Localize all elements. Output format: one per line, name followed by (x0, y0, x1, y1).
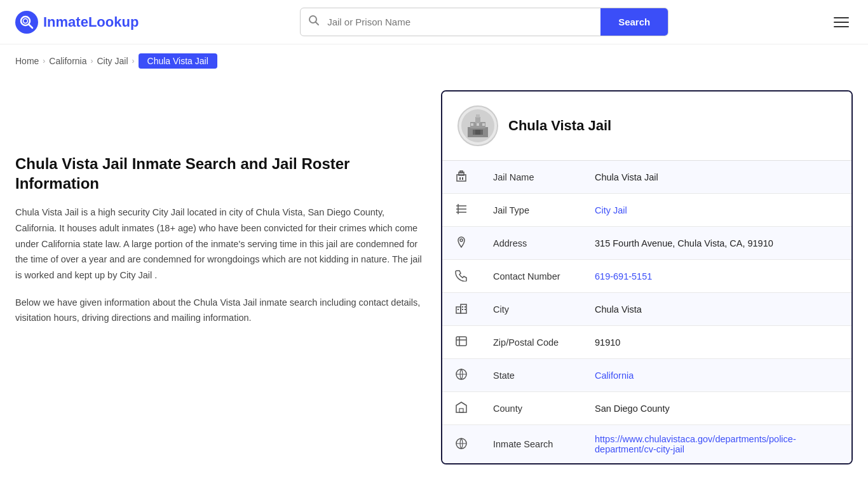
table-row: Jail NameChula Vista Jail (442, 161, 851, 194)
table-row-value[interactable]: https://www.chulavistaca.gov/departments… (582, 425, 851, 464)
logo[interactable]: InmateLookup (15, 11, 139, 34)
table-row: Contact Number619-691-5151 (442, 260, 851, 293)
table-row-label: Zip/Postal Code (480, 326, 582, 359)
jail-type-icon (442, 194, 480, 227)
table-row-link[interactable]: California (595, 370, 634, 381)
search-icon (301, 15, 327, 29)
table-row: Inmate Searchhttps://www.chulavistaca.go… (442, 425, 851, 464)
left-column: Chula Vista Jail Inmate Search and Jail … (15, 90, 422, 464)
svg-rect-19 (459, 177, 461, 180)
globe-icon (442, 425, 480, 464)
svg-rect-33 (456, 337, 466, 346)
table-row-value[interactable]: 619-691-5151 (582, 260, 851, 293)
main-content: Chula Vista Jail Inmate Search and Jail … (0, 78, 868, 477)
jail-icon (442, 161, 480, 194)
table-row-link[interactable]: City Jail (595, 205, 627, 215)
chevron-icon: › (91, 57, 93, 65)
svg-line-1 (29, 24, 33, 28)
info-table: Jail NameChula Vista JailJail TypeCity J… (442, 161, 851, 463)
svg-rect-15 (477, 123, 479, 126)
breadcrumb-category[interactable]: City Jail (97, 56, 128, 66)
card-title: Chula Vista Jail (508, 118, 611, 134)
table-row-value[interactable]: California (582, 359, 851, 392)
breadcrumb-current: Chula Vista Jail (139, 53, 217, 69)
svg-line-4 (316, 22, 319, 25)
table-row-value: 315 Fourth Avenue, Chula Vista, CA, 9191… (582, 227, 851, 260)
description-para2: Below we have given information about th… (15, 295, 422, 326)
table-row-label: Jail Type (480, 194, 582, 227)
svg-rect-12 (475, 130, 480, 135)
search-button[interactable]: Search (600, 8, 668, 36)
table-row: Address315 Fourth Avenue, Chula Vista, C… (442, 227, 851, 260)
svg-rect-31 (462, 309, 463, 310)
chevron-icon: › (132, 57, 135, 65)
logo-icon (15, 11, 38, 34)
table-row-value[interactable]: City Jail (582, 194, 851, 227)
table-row-value: Chula Vista (582, 293, 851, 326)
phone-icon (442, 260, 480, 293)
search-bar: Search (300, 8, 668, 36)
svg-rect-20 (462, 177, 463, 180)
table-row-label: County (480, 392, 582, 425)
breadcrumb-home[interactable]: Home (15, 56, 39, 66)
address-icon (442, 227, 480, 260)
svg-rect-14 (482, 123, 485, 126)
header: InmateLookup Search (0, 0, 868, 44)
table-row-link[interactable]: 619-691-5151 (595, 271, 652, 281)
table-row-label: Address (480, 227, 582, 260)
search-input[interactable] (327, 9, 600, 35)
svg-rect-8 (475, 117, 480, 123)
state-icon (442, 359, 480, 392)
page-title: Chula Vista Jail Inmate Search and Jail … (15, 154, 422, 193)
description-para1: Chula Vista Jail is a high security City… (15, 205, 422, 283)
svg-rect-28 (458, 309, 459, 310)
chevron-icon: › (43, 57, 45, 65)
logo-text: InmateLookup (43, 14, 139, 30)
table-row-link[interactable]: https://www.chulavistaca.gov/departments… (595, 434, 796, 454)
table-row-label: Jail Name (480, 161, 582, 194)
svg-rect-30 (465, 306, 466, 308)
svg-rect-37 (459, 409, 463, 412)
svg-rect-10 (473, 130, 475, 135)
svg-rect-9 (476, 114, 480, 118)
menu-icon[interactable] (830, 13, 853, 31)
table-row-label: City (480, 293, 582, 326)
table-row-label: Inmate Search (480, 425, 582, 464)
avatar (458, 105, 498, 146)
table-row: StateCalifornia (442, 359, 851, 392)
svg-rect-32 (465, 309, 466, 310)
svg-rect-13 (471, 123, 473, 126)
table-row: CountySan Diego County (442, 392, 851, 425)
svg-point-2 (24, 18, 28, 23)
svg-rect-29 (462, 306, 463, 308)
info-card: Chula Vista Jail Jail NameChula Vista Ja… (441, 90, 853, 464)
zip-icon (442, 326, 480, 359)
card-header: Chula Vista Jail (442, 92, 851, 161)
svg-point-25 (460, 239, 463, 241)
table-row-label: Contact Number (480, 260, 582, 293)
table-row-label: State (480, 359, 582, 392)
table-row: Zip/Postal Code91910 (442, 326, 851, 359)
city-icon (442, 293, 480, 326)
table-row-value: Chula Vista Jail (582, 161, 851, 194)
table-row: CityChula Vista (442, 293, 851, 326)
table-row: Jail TypeCity Jail (442, 194, 851, 227)
table-row-value: 91910 (582, 326, 851, 359)
table-row-value: San Diego County (582, 392, 851, 425)
svg-rect-11 (480, 130, 483, 135)
breadcrumb: Home › California › City Jail › Chula Vi… (0, 44, 868, 78)
county-icon (442, 392, 480, 425)
breadcrumb-state[interactable]: California (49, 56, 86, 66)
